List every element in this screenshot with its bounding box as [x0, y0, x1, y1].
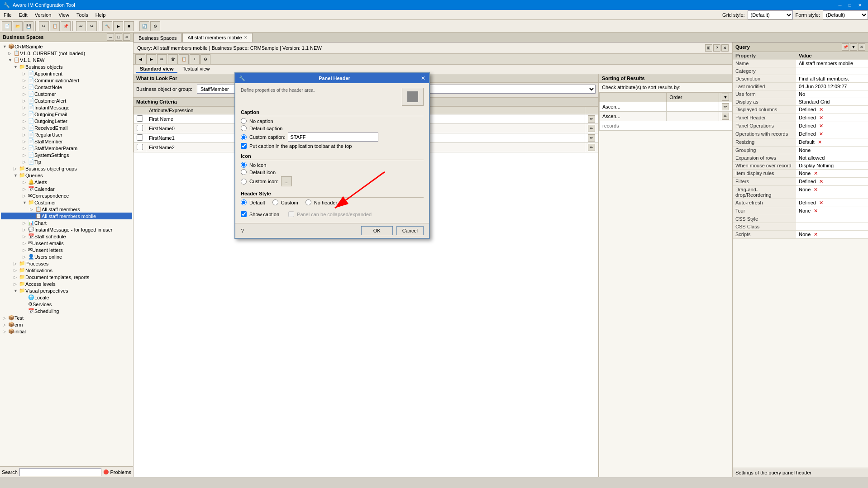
caption-section-title: Caption	[241, 109, 424, 116]
custom-icon-btn[interactable]: ...	[281, 176, 292, 186]
custom-icon-row: Custom icon: ...	[241, 176, 424, 186]
no-caption-label: No caption	[249, 118, 273, 124]
preview-image	[407, 91, 418, 102]
default-icon-row: Default icon	[241, 169, 424, 175]
default-icon-radio[interactable]	[241, 169, 247, 175]
caption-section: Caption No caption Default caption Custo…	[241, 109, 424, 149]
default-caption-label: Default caption	[249, 126, 282, 131]
header-style-row: Default Custom No header	[241, 199, 424, 207]
no-caption-row: No caption	[241, 118, 424, 124]
style-default-label: Default	[249, 200, 265, 205]
style-custom-label: Custom	[281, 200, 298, 205]
put-caption-label: Put caption in the application toolbar a…	[249, 143, 352, 149]
dialog-title-text: Panel Header	[319, 76, 350, 81]
dialog-close-button[interactable]: ✕	[421, 75, 425, 81]
extra-options: Show caption Panel can be collapsed/expa…	[241, 211, 424, 218]
show-caption-checkbox[interactable]	[241, 211, 247, 217]
panel-collapsed-row: Panel can be collapsed/expanded	[288, 211, 372, 217]
panel-collapsed-checkbox[interactable]	[288, 211, 294, 217]
help-icon[interactable]: ?	[241, 227, 244, 234]
header-style-title: Header Style	[241, 191, 424, 198]
dialog-overlay: 🔧 Panel Header ✕ Define properties of th…	[0, 0, 868, 488]
show-caption-row: Show caption	[241, 211, 279, 217]
style-no-header-radio[interactable]	[305, 199, 311, 205]
style-custom-radio[interactable]	[272, 199, 278, 205]
dialog-content: Define properties of the header area. Ca…	[235, 83, 429, 223]
put-caption-checkbox[interactable]	[241, 143, 247, 149]
dialog-title-bar: 🔧 Panel Header ✕	[235, 73, 429, 83]
no-icon-row: No icon	[241, 162, 424, 168]
dialog-subtitle: Define properties of the header area.	[241, 88, 315, 93]
default-caption-radio[interactable]	[241, 125, 247, 131]
put-caption-row: Put caption in the application toolbar a…	[241, 143, 424, 149]
no-icon-radio[interactable]	[241, 162, 247, 168]
dialog-preview-icon	[402, 88, 424, 106]
custom-icon-label: Custom icon:	[249, 179, 278, 184]
style-default-row: Default	[241, 199, 265, 205]
no-caption-radio[interactable]	[241, 118, 247, 124]
show-caption-label: Show caption	[249, 212, 279, 217]
custom-icon-radio[interactable]	[241, 179, 247, 185]
style-no-header-row: No header	[305, 199, 337, 205]
panel-collapsed-label: Panel can be collapsed/expanded	[297, 212, 372, 217]
header-style-section: Header Style Default Custom No header	[241, 191, 424, 207]
icon-section-title: Icon	[241, 153, 424, 160]
style-custom-row: Custom	[272, 199, 298, 205]
custom-caption-radio[interactable]	[241, 134, 247, 140]
ok-button[interactable]: OK	[361, 226, 393, 235]
custom-caption-row: Custom caption:	[241, 133, 424, 142]
no-icon-label: No icon	[249, 162, 266, 168]
custom-caption-input[interactable]	[288, 133, 378, 142]
style-no-header-label: No header	[314, 200, 337, 205]
dialog-icon: 🔧	[239, 76, 245, 81]
icon-section: Icon No icon Default icon Custom icon: .…	[241, 153, 424, 186]
panel-header-dialog: 🔧 Panel Header ✕ Define properties of th…	[234, 72, 430, 239]
default-icon-label: Default icon	[249, 170, 276, 175]
cancel-button[interactable]: Cancel	[396, 226, 424, 235]
style-default-radio[interactable]	[241, 199, 247, 205]
custom-caption-label: Custom caption:	[249, 134, 285, 140]
dialog-footer: ? OK Cancel	[235, 223, 429, 238]
default-caption-row: Default caption	[241, 125, 424, 131]
